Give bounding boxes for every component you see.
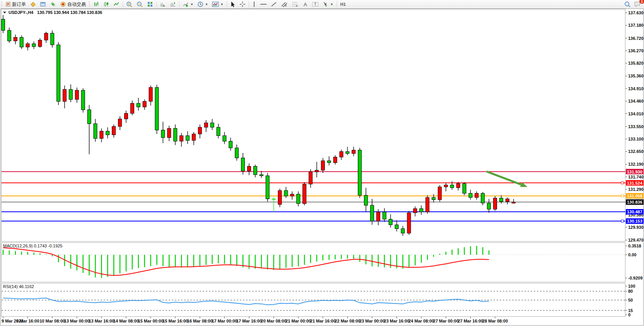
candle-body bbox=[204, 123, 208, 127]
candle-body bbox=[420, 209, 423, 212]
price-line-label-130.836: 130.836 bbox=[626, 199, 644, 205]
macd-axis-label: 0.3518 bbox=[628, 244, 641, 248]
candle-body bbox=[413, 209, 417, 213]
price-tick-label: 134.460 bbox=[628, 99, 644, 103]
candle-body bbox=[272, 199, 275, 200]
candle-body bbox=[20, 37, 23, 47]
time-tick-label: 17 Mar 00:00 bbox=[212, 319, 237, 323]
ohlc-values: 130.795 130.944 130.784 130.836 bbox=[37, 10, 102, 15]
candle-body bbox=[143, 101, 146, 107]
timeframe-button-h1[interactable]: H1 bbox=[338, 0, 351, 9]
time-tick-label: 17 Mar 16:00 bbox=[236, 319, 262, 323]
tile-windows-button[interactable] bbox=[145, 0, 155, 9]
candle-body bbox=[321, 161, 325, 170]
time-tick-label: 16 Mar 08:00 bbox=[187, 319, 213, 323]
candle-body bbox=[389, 219, 392, 225]
candle-body bbox=[346, 151, 349, 153]
toolbar-right-group: 1 bbox=[624, 1, 642, 8]
time-tick-label: 28 Mar 08:00 bbox=[482, 319, 508, 323]
chart-shift-button[interactable] bbox=[168, 0, 178, 9]
zoom-out-button[interactable] bbox=[135, 0, 145, 9]
candle-body bbox=[253, 166, 257, 175]
crosshair-tool-button[interactable] bbox=[237, 0, 248, 9]
auto-scroll-button[interactable] bbox=[158, 0, 168, 9]
indicators-button[interactable]: ▼ bbox=[181, 0, 195, 9]
cursor-tool-button[interactable] bbox=[228, 0, 237, 9]
rsi-axis-label: 100 bbox=[628, 284, 635, 288]
toolbar-separator bbox=[337, 1, 337, 7]
candle-body bbox=[100, 131, 103, 139]
new-order-button[interactable]: 新订单 bbox=[3, 0, 28, 9]
signals-button[interactable] bbox=[48, 0, 58, 9]
candle-body bbox=[481, 193, 485, 203]
svg-text:A: A bbox=[304, 2, 307, 7]
clock-icon bbox=[197, 1, 203, 7]
macd-axis-label: 0.00 bbox=[628, 252, 636, 257]
time-tick-label: 14 Mar 08:00 bbox=[113, 319, 139, 323]
candle-body bbox=[426, 197, 429, 212]
svg-text:131.930: 131.930 bbox=[627, 170, 642, 174]
line-handle-131.058[interactable] bbox=[621, 195, 624, 197]
vertical-line-icon bbox=[252, 1, 256, 7]
price-chart[interactable]: 137.630137.180136.720136.270135.820135.3… bbox=[0, 9, 644, 326]
vertical-line-tool-button[interactable] bbox=[250, 0, 258, 9]
notifications-icon[interactable]: 1 bbox=[634, 1, 642, 8]
notification-badge: 1 bbox=[639, 0, 644, 4]
candle-body bbox=[125, 113, 128, 119]
candle-body bbox=[506, 199, 509, 202]
line-handle-130.153[interactable] bbox=[621, 220, 624, 222]
text-tool-button[interactable]: A bbox=[301, 0, 310, 9]
channel-tool-button[interactable]: E bbox=[279, 0, 290, 9]
toolbar-separator bbox=[249, 1, 249, 7]
price-tick-label: 133.550 bbox=[628, 124, 644, 129]
fibonacci-tool-button[interactable]: F bbox=[290, 0, 301, 9]
candle-body bbox=[450, 185, 454, 188]
zoom-in-icon bbox=[126, 1, 133, 8]
periods-button[interactable]: ▼ bbox=[195, 0, 210, 9]
toolbar-separator bbox=[123, 1, 123, 7]
candle-body bbox=[7, 30, 11, 41]
price-tick-label: 134.010 bbox=[628, 112, 644, 116]
trendline-tool-button[interactable] bbox=[269, 0, 279, 9]
metaquotes-button[interactable] bbox=[28, 0, 38, 9]
candle-body bbox=[44, 33, 48, 40]
svg-text:130.487: 130.487 bbox=[627, 209, 642, 214]
candle-body bbox=[69, 89, 72, 100]
label-tool-button[interactable]: T bbox=[310, 0, 321, 9]
candlestick-chart-button[interactable] bbox=[101, 0, 111, 9]
candle-body bbox=[340, 151, 343, 157]
candle-body bbox=[494, 198, 497, 209]
candle-body bbox=[235, 148, 239, 158]
candle-body bbox=[137, 103, 140, 107]
time-tick-label: 9 Mar 16:00 bbox=[16, 319, 39, 323]
candle-body bbox=[174, 129, 177, 141]
candle-body bbox=[401, 229, 405, 233]
auto-scroll-icon bbox=[160, 1, 166, 7]
line-handle-131.524[interactable] bbox=[621, 182, 624, 184]
templates-button[interactable]: ▼ bbox=[210, 0, 225, 9]
candle-body bbox=[198, 127, 202, 134]
candle-body bbox=[94, 124, 97, 138]
candle-body bbox=[303, 184, 306, 204]
bar-chart-button[interactable] bbox=[91, 0, 101, 9]
horizontal-line-tool-button[interactable] bbox=[258, 0, 269, 9]
candle-body bbox=[327, 161, 331, 163]
line-chart-button[interactable] bbox=[111, 0, 121, 9]
candlestick-chart-icon bbox=[103, 1, 109, 7]
time-tick-label: 21 Mar 16:00 bbox=[310, 319, 336, 323]
candle-body bbox=[192, 134, 195, 141]
dropdown-caret-icon: ▼ bbox=[220, 3, 224, 6]
price-tick-label: 129.470 bbox=[628, 238, 644, 242]
auto-trading-button[interactable]: 自动交易 bbox=[58, 0, 88, 9]
search-icon[interactable] bbox=[624, 1, 631, 8]
svg-text:T: T bbox=[314, 2, 316, 7]
candle-body bbox=[278, 190, 282, 204]
zoom-in-button[interactable] bbox=[124, 0, 135, 9]
arrows-tool-button[interactable]: ▼ bbox=[321, 0, 335, 9]
market-watch-button[interactable] bbox=[38, 0, 48, 9]
candle-body bbox=[284, 190, 288, 196]
candle-body bbox=[155, 88, 159, 130]
dropdown-caret-icon: ▼ bbox=[205, 3, 208, 6]
toolbar-separator bbox=[179, 1, 179, 7]
rsi-axis-label: 15 bbox=[628, 308, 633, 313]
